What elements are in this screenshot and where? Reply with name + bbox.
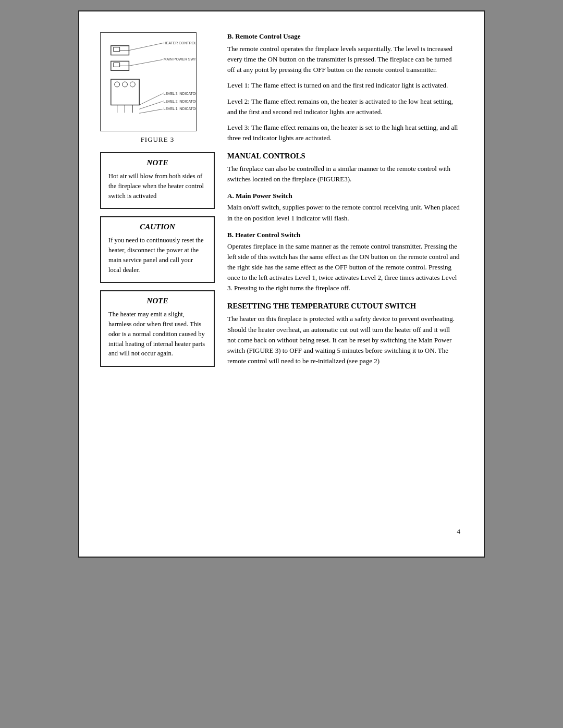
svg-text:LEVEL 2 INDICATOR: LEVEL 2 INDICATOR — [164, 100, 196, 103]
svg-point-11 — [115, 82, 120, 87]
caution-title: CAUTION — [108, 223, 206, 231]
note2-text: The heater may emit a slight, harmless o… — [108, 310, 206, 359]
main-power-para1: Main on/off switch, supplies power to th… — [227, 202, 460, 223]
svg-text:LEVEL 3 INDICATOR: LEVEL 3 INDICATOR — [164, 92, 196, 95]
svg-line-3 — [129, 43, 162, 51]
remote-control-heading: B. Remote Control Usage — [227, 32, 460, 41]
heater-control-label: Heater Control Switch — [235, 231, 300, 239]
note2-box: NOTE The heater may emit a slight, harml… — [100, 290, 215, 367]
svg-text:MAIN POWER SWITCH: MAIN POWER SWITCH — [164, 57, 196, 61]
heater-control-prefix: B. — [227, 231, 234, 239]
caution-box: CAUTION If you need to continuously rese… — [100, 216, 215, 283]
svg-rect-1 — [114, 47, 120, 52]
remote-para4: Level 3: The flame effect remains on, th… — [227, 122, 460, 143]
svg-line-21 — [139, 109, 163, 113]
svg-line-17 — [139, 94, 163, 105]
resetting-para1: The heater on this fireplace is protecte… — [227, 314, 460, 366]
heater-control-subheading: B. Heater Control Switch — [227, 231, 460, 239]
svg-point-12 — [123, 82, 128, 87]
figure-area: HEATER CONTROL SWITCH MAIN POWER SWITCH — [100, 32, 215, 144]
svg-rect-6 — [114, 63, 120, 67]
note2-title: NOTE — [108, 297, 206, 305]
content-wrapper: HEATER CONTROL SWITCH MAIN POWER SWITCH — [100, 32, 460, 517]
page: HEATER CONTROL SWITCH MAIN POWER SWITCH — [78, 10, 485, 558]
svg-point-13 — [130, 82, 135, 87]
svg-text:HEATER CONTROL SWITCH: HEATER CONTROL SWITCH — [164, 41, 196, 45]
note1-box: NOTE Hot air will blow from both sides o… — [100, 152, 215, 209]
manual-para1: The fireplace can also be controlled in … — [227, 164, 460, 184]
figure-label: FIGURE 3 — [100, 135, 215, 144]
resetting-heading: RESETTING THE TEMPERATURE CUTOUT SWITCH — [227, 302, 460, 311]
main-power-subheading: A. Main Power Switch — [227, 192, 460, 200]
remote-para1: The remote control operates the fireplac… — [227, 44, 460, 75]
figure-diagram: HEATER CONTROL SWITCH MAIN POWER SWITCH — [100, 32, 197, 131]
svg-line-19 — [139, 102, 163, 109]
svg-line-8 — [129, 59, 162, 66]
remote-para2: Level 1: The flame effect is turned on a… — [227, 80, 460, 91]
svg-text:LEVEL 1 INDICATOR: LEVEL 1 INDICATOR — [164, 107, 196, 110]
note1-title: NOTE — [108, 158, 206, 167]
caution-text: If you need to continuously reset the he… — [108, 236, 206, 275]
left-column: HEATER CONTROL SWITCH MAIN POWER SWITCH — [100, 32, 215, 517]
right-column: B. Remote Control Usage The remote contr… — [227, 32, 460, 517]
main-power-label: Main Power Switch — [236, 192, 292, 200]
main-power-prefix: A. — [227, 192, 234, 200]
manual-controls-heading: MANUAL CONTROLS — [227, 152, 460, 161]
page-number: 4 — [100, 527, 460, 536]
remote-para3: Level 2: The flame effect remains on, th… — [227, 96, 460, 117]
heater-control-para1: Operates fireplace in the same manner as… — [227, 241, 460, 294]
note1-text: Hot air will blow from both sides of the… — [108, 171, 206, 201]
